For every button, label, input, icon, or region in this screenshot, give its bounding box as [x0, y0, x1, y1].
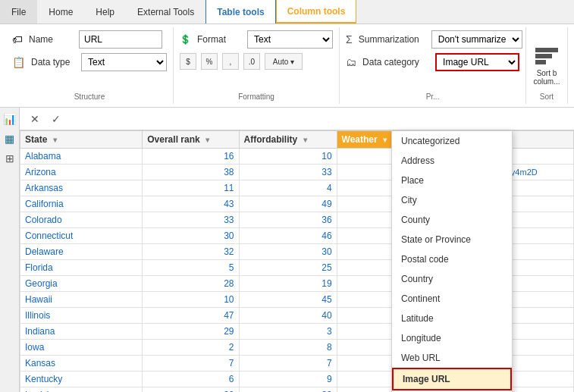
sort-by-column-btn[interactable]: Sort bcolum...	[532, 47, 562, 85]
datacategory-dropdown: UncategorizedAddressPlaceCityCountyState…	[391, 130, 513, 392]
tab-external-tools[interactable]: External Tools	[126, 0, 205, 24]
cell-afford: 25	[239, 260, 337, 276]
cell-rank: 32	[143, 244, 239, 260]
datacategory-icon: 🗂	[346, 56, 356, 68]
cell-rank: 38	[143, 165, 239, 180]
cell-state: Iowa	[20, 340, 143, 356]
datatype-icon: 📋	[12, 56, 25, 68]
datatype-select[interactable]: Text	[81, 53, 167, 71]
format-label: Format	[197, 34, 243, 45]
name-input[interactable]	[79, 30, 162, 49]
cell-rank: 10	[143, 292, 239, 308]
sort-label: Sort bcolum...	[533, 69, 560, 86]
cell-rank: 5	[143, 260, 239, 276]
cell-state: Louisiana	[20, 387, 143, 393]
sidebar-chart-icon[interactable]: 📊	[2, 111, 18, 127]
tab-column-tools[interactable]: Column tools	[276, 0, 357, 24]
cell-rank: 29	[143, 324, 239, 340]
tab-file[interactable]: File	[0, 0, 37, 24]
tab-help[interactable]: Help	[84, 0, 126, 24]
format-percent-btn[interactable]: %	[201, 53, 218, 70]
content-area: 📊 ▦ ⊞ ✕ ✓ State ▾ Overall rank	[0, 108, 574, 392]
cell-state: Alabama	[20, 149, 143, 165]
datacategory-label: Data category	[362, 57, 431, 67]
formatting-group: 💲 Format Text $ % , .0 Auto ▾ Formatting	[174, 27, 340, 104]
cell-state: Connecticut	[20, 228, 143, 244]
cell-rank: 43	[143, 196, 239, 212]
cell-afford: 8	[239, 340, 337, 356]
afford-filter-btn[interactable]: ▾	[303, 136, 307, 144]
confirm-btn[interactable]: ✓	[47, 110, 65, 128]
cancel-btn[interactable]: ✕	[26, 110, 44, 128]
dropdown-item[interactable]: Longitude	[392, 328, 512, 348]
cell-rank: 28	[143, 276, 239, 292]
dropdown-item[interactable]: Country	[392, 269, 512, 289]
cell-afford: 9	[239, 372, 337, 387]
cell-afford: 4	[239, 180, 337, 196]
cell-afford: 30	[239, 244, 337, 260]
name-icon: 🏷	[12, 33, 23, 45]
col-header-rank[interactable]: Overall rank ▾	[143, 131, 239, 149]
properties-group: Σ Summarization Don't summarize 🗂 Data c…	[340, 27, 526, 104]
cell-afford: 49	[239, 196, 337, 212]
cell-state: Colorado	[20, 212, 143, 228]
format-auto-select[interactable]: Auto ▾	[265, 53, 303, 70]
tab-home[interactable]: Home	[37, 0, 84, 24]
cell-rank: 6	[143, 372, 239, 387]
dropdown-item[interactable]: Continent	[392, 289, 512, 309]
cell-state: Arizona	[20, 165, 143, 180]
cell-rank: 16	[143, 149, 239, 165]
cell-state: Georgia	[20, 276, 143, 292]
cell-afford: 45	[239, 292, 337, 308]
format-comma-btn[interactable]: ,	[222, 53, 239, 70]
cell-afford: 19	[239, 276, 337, 292]
ribbon: 🏷 Name 📋 Data type Text Structure 💲 Form…	[0, 24, 574, 108]
dropdown-item[interactable]: State or Province	[392, 230, 512, 249]
cell-rank: 47	[143, 308, 239, 324]
datacategory-select[interactable]: Image URL	[435, 53, 519, 71]
dropdown-item[interactable]: County	[392, 210, 512, 230]
cell-afford: 46	[239, 228, 337, 244]
dropdown-item[interactable]: Place	[392, 171, 512, 190]
sidebar-table-icon[interactable]: ▦	[2, 130, 18, 147]
formatting-label: Formatting	[174, 93, 339, 101]
sort-group-label: Sort	[526, 93, 567, 101]
name-label: Name	[29, 34, 74, 45]
dropdown-item[interactable]: City	[392, 190, 512, 210]
sidebar-filter-icon[interactable]: ⊞	[2, 150, 18, 167]
dropdown-item[interactable]: Web URL	[392, 348, 512, 368]
state-filter-btn[interactable]: ▾	[53, 136, 57, 144]
cell-state: California	[20, 196, 143, 212]
col-header-state[interactable]: State ▾	[20, 131, 143, 149]
cell-state: Hawaii	[20, 292, 143, 308]
table-container: ✕ ✓ State ▾ Overall rank ▾	[20, 108, 574, 392]
col-header-affordability[interactable]: Affordability ▾	[239, 131, 337, 149]
cell-afford: 10	[239, 149, 337, 165]
ribbon-tabs: File Home Help External Tools Table tool…	[0, 0, 574, 24]
sidebar: 📊 ▦ ⊞	[0, 108, 20, 392]
format-dollar-btn[interactable]: $	[180, 53, 196, 70]
cell-state: Indiana	[20, 324, 143, 340]
dropdown-item[interactable]: Image URL	[392, 368, 512, 390]
cell-rank: 11	[143, 180, 239, 196]
dropdown-item[interactable]: Latitude	[392, 309, 512, 328]
cell-afford: 29	[239, 387, 337, 393]
format-select[interactable]: Text	[247, 30, 333, 49]
format-decimal-btn[interactable]: .0	[243, 53, 260, 70]
weather-filter-btn[interactable]: ▾	[383, 136, 387, 144]
table-toolbar: ✕ ✓	[20, 108, 574, 130]
sort-group: Sort bcolum... Sort	[526, 27, 568, 104]
dropdown-item[interactable]: Postal code	[392, 249, 512, 269]
rank-filter-btn[interactable]: ▾	[205, 136, 209, 144]
cell-state: Illinois	[20, 308, 143, 324]
dropdown-item[interactable]: Uncategorized	[392, 131, 512, 151]
summarization-select[interactable]: Don't summarize	[431, 30, 522, 49]
tab-table-tools[interactable]: Table tools	[205, 0, 275, 24]
summarization-label: Summarization	[359, 34, 427, 45]
cell-state: Kentucky	[20, 372, 143, 387]
format-icon: 💲	[180, 34, 191, 45]
structure-group: 🏷 Name 📋 Data type Text Structure	[6, 27, 174, 104]
dropdown-item[interactable]: Address	[392, 151, 512, 171]
cell-state: Delaware	[20, 244, 143, 260]
cell-afford: 3	[239, 324, 337, 340]
